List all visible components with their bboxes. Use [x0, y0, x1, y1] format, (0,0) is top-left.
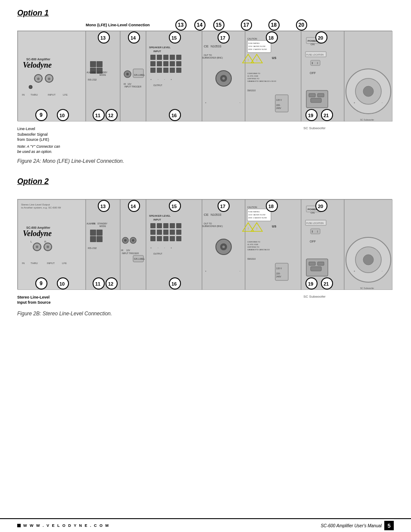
- svg-text:INPUT: INPUT: [153, 50, 161, 53]
- svg-text:ON: ON: [92, 222, 96, 225]
- svg-rect-97: [318, 93, 324, 97]
- svg-text:CONFORMS TO: CONFORMS TO: [247, 72, 260, 75]
- svg-text:!: !: [248, 227, 249, 230]
- svg-rect-173: [150, 223, 156, 228]
- svg-text:+: +: [205, 270, 206, 272]
- svg-text:SPEAKER LEVEL: SPEAKER LEVEL: [149, 215, 171, 217]
- option1-heading: Option 1: [17, 9, 394, 18]
- svg-rect-151: [90, 230, 96, 236]
- svg-text:RS-232: RS-232: [88, 247, 97, 249]
- svg-text:S/N LABEL: S/N LABEL: [134, 74, 145, 76]
- svg-rect-43: [170, 61, 175, 66]
- svg-text:CE: CE: [204, 213, 209, 217]
- svg-text:-: -: [382, 101, 383, 104]
- svg-text:FUSE RATING: FUSE RATING: [248, 42, 260, 44]
- badge-13-opt1: 13: [175, 19, 187, 31]
- footer-square: [17, 524, 21, 527]
- svg-text:CANADA STD CAN/CSA 222: CANADA STD CAN/CSA 222: [247, 249, 270, 251]
- svg-rect-98: [311, 98, 321, 103]
- badge-17-opt1: 17: [241, 19, 252, 31]
- svg-rect-184: [157, 236, 162, 241]
- svg-text:10: 10: [59, 281, 65, 286]
- svg-text:I: I: [312, 62, 313, 65]
- svg-text:IR: IR: [121, 249, 123, 252]
- svg-text:+: +: [171, 246, 172, 249]
- svg-text:Velodyne: Velodyne: [23, 61, 52, 69]
- side-label-opt2: Stereo Line-Level Input from Source: [17, 295, 51, 305]
- svg-text:to Another system, e.g. SC-600: to Another system, e.g. SC-600 IW: [21, 206, 61, 209]
- svg-point-162: [124, 239, 127, 242]
- svg-text:15: 15: [171, 35, 177, 40]
- svg-text:FUSE LOCATION: FUSE LOCATION: [306, 222, 324, 224]
- svg-text:INPUT: INPUT: [48, 93, 56, 96]
- svg-text:CAUTION: CAUTION: [247, 37, 257, 40]
- svg-rect-48: [170, 68, 175, 73]
- diagram2-labels: Stereo Line-Level Input from Source: [17, 295, 51, 307]
- svg-text:230V: 2.5A/250V SLOW: 230V: 2.5A/250V SLOW: [248, 48, 267, 50]
- svg-rect-47: [163, 68, 168, 73]
- svg-text:10: 10: [59, 113, 65, 118]
- svg-rect-16: [97, 61, 103, 67]
- svg-text:14: 14: [131, 204, 136, 209]
- svg-text:14: 14: [131, 35, 136, 40]
- diagram1-labels: Line-Level Subwoofer Signal from Source …: [17, 126, 49, 144]
- svg-rect-177: [176, 223, 181, 228]
- svg-rect-14: [86, 31, 120, 121]
- svg-point-140: [36, 246, 38, 248]
- footer-left: W W W . V E L O D Y N E . C O M: [17, 523, 109, 528]
- svg-text:LFE: LFE: [62, 262, 67, 264]
- svg-text:19: 19: [308, 113, 313, 118]
- svg-text:N10533: N10533: [211, 213, 221, 216]
- svg-text:SC Subwoofer: SC Subwoofer: [360, 287, 374, 289]
- svg-text:CONFORMS TO: CONFORMS TO: [247, 241, 260, 243]
- svg-text:+: +: [354, 101, 355, 104]
- svg-text:FUSE LOCATION: FUSE LOCATION: [306, 53, 324, 56]
- svg-rect-30: [133, 69, 143, 78]
- svg-text:OFF: OFF: [310, 72, 316, 75]
- svg-rect-133: [18, 199, 86, 290]
- svg-text:SW1010: SW1010: [247, 89, 255, 92]
- svg-text:OUTPUT: OUTPUT: [153, 84, 162, 87]
- svg-text:220-: 220-: [276, 104, 280, 106]
- svg-rect-170: [146, 199, 202, 290]
- svg-text:115V: 5A/250V SLOW: 115V: 5A/250V SLOW: [248, 214, 265, 216]
- svg-text:11: 11: [95, 281, 100, 286]
- svg-rect-178: [150, 230, 156, 235]
- svg-text:UL STD. 6500: UL STD. 6500: [247, 75, 258, 77]
- svg-text:CE: CE: [204, 44, 209, 48]
- badge-14-opt1: 14: [194, 19, 206, 31]
- svg-text:SUBWOOFER (BNC): SUBWOOFER (BNC): [202, 225, 223, 227]
- svg-text:18: 18: [268, 35, 274, 40]
- svg-text:9: 9: [40, 280, 43, 286]
- svg-text:!: !: [256, 59, 257, 62]
- svg-text:SW1010: SW1010: [247, 258, 255, 260]
- subwoofer-label-opt1: SC Subwoofer: [271, 126, 358, 130]
- svg-rect-181: [170, 230, 175, 235]
- svg-rect-180: [163, 230, 168, 235]
- svg-rect-187: [176, 236, 181, 241]
- badge-20-opt1: 20: [296, 19, 307, 31]
- svg-text:N10533: N10533: [211, 45, 221, 48]
- figure-caption-opt2: Figure 2B: Stereo Line-Level Connection.: [17, 311, 394, 317]
- svg-rect-152: [97, 230, 103, 236]
- svg-text:ON: ON: [311, 43, 314, 46]
- svg-text:INPUT: INPUT: [153, 218, 161, 221]
- svg-rect-174: [157, 223, 162, 228]
- svg-rect-81: [275, 95, 288, 112]
- diagram2-svg: Stereo Line-Level Output to Another syst…: [18, 199, 392, 290]
- svg-rect-35: [150, 55, 156, 60]
- svg-text:!: !: [256, 227, 257, 230]
- svg-text:12: 12: [108, 281, 113, 286]
- svg-rect-175: [163, 223, 168, 228]
- svg-text:S/N LABEL: S/N LABEL: [134, 258, 145, 260]
- svg-rect-179: [157, 230, 162, 235]
- page-container: Option 1 Mono (LFE) Line-Level Connectio…: [0, 0, 411, 532]
- svg-text:UL STD. 6500: UL STD. 6500: [247, 243, 258, 246]
- footer: W W W . V E L O D Y N E . C O M SC-600 A…: [0, 518, 411, 532]
- svg-text:MODE: MODE: [100, 225, 106, 227]
- svg-text:19: 19: [308, 281, 313, 286]
- option2-heading: Option 2: [17, 177, 394, 186]
- svg-point-200: [222, 246, 225, 248]
- option1-section: Option 1 Mono (LFE) Line-Level Connectio…: [17, 9, 394, 164]
- svg-rect-160: [120, 199, 146, 290]
